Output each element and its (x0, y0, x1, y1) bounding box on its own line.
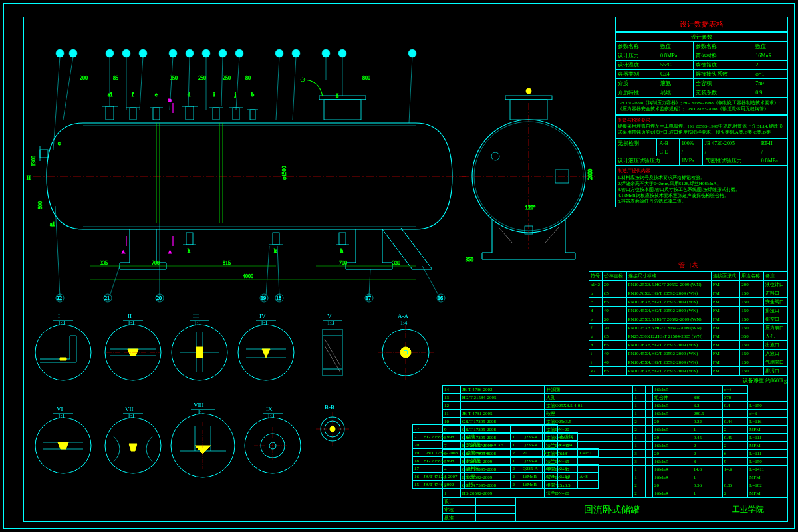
svg-rect-19 (324, 100, 361, 120)
svg-text:A: A (122, 249, 125, 255)
svg-text:k: k (274, 248, 277, 254)
svg-rect-13 (213, 108, 219, 120)
svg-text:7: 7 (188, 51, 190, 57)
svg-text:1.5: 1.5 (213, 432, 218, 436)
svg-text:1.5: 1.5 (138, 361, 144, 365)
svg-text:3: 3 (108, 51, 110, 57)
svg-text:45°: 45° (114, 341, 120, 345)
svg-text:700: 700 (152, 260, 160, 266)
svg-text:H: H (27, 175, 31, 181)
svg-text:III: III (193, 313, 199, 319)
svg-text:10: 10 (236, 51, 241, 57)
svg-text:b: b (251, 92, 254, 98)
svg-text:a1: a1 (50, 221, 55, 227)
svg-text:1:1: 1:1 (261, 320, 267, 326)
svg-text:B-B: B-B (325, 404, 334, 410)
svg-text:250: 250 (198, 75, 206, 81)
svg-text:1:3: 1:3 (267, 413, 274, 419)
svg-text:1:1: 1:1 (194, 320, 201, 326)
svg-text:A: A (168, 249, 172, 255)
main-drawing: B A A 1 2 3 4 5 6 7 8 9 10 11 12 13 14 1… (23, 17, 602, 303)
svg-line-71 (276, 57, 279, 120)
svg-line-195 (325, 339, 340, 366)
nde-table: 无损检测A-B100%JB 4730-2005RT-II C-D/// 设计液压… (615, 138, 788, 166)
svg-text:80: 80 (245, 75, 251, 81)
svg-text:21: 21 (104, 295, 110, 301)
svg-text:A-A: A-A (398, 313, 408, 319)
svg-rect-25 (273, 233, 279, 245)
svg-text:800: 800 (362, 75, 370, 81)
svg-text:335: 335 (100, 260, 108, 266)
svg-text:16: 16 (438, 295, 443, 301)
svg-text:350: 350 (466, 257, 473, 263)
svg-text:1300: 1300 (31, 156, 37, 166)
standards-note: GB 150-1998《钢制压力容器》; HG 20584-1998《钢制化工容… (615, 98, 788, 115)
svg-text:13: 13 (323, 51, 328, 57)
svg-text:i: i (213, 92, 215, 98)
svg-text:200: 200 (80, 75, 88, 81)
svg-text:VIII: VIII (194, 402, 204, 408)
svg-line-95 (266, 246, 269, 296)
svg-line-59 (188, 57, 190, 106)
svg-rect-17 (250, 110, 255, 120)
svg-line-86 (422, 266, 439, 296)
svg-text:1:1: 1:1 (128, 320, 134, 326)
svg-text:2000: 2000 (587, 169, 593, 180)
svg-point-204 (330, 426, 335, 432)
svg-text:IV: IV (259, 313, 266, 319)
svg-rect-154 (505, 96, 552, 100)
svg-text:700: 700 (339, 260, 347, 266)
svg-text:VI: VI (57, 406, 63, 412)
svg-text:330: 330 (392, 260, 400, 266)
panel-title: 设计数据表格 (615, 17, 788, 32)
svg-text:d: d (188, 92, 190, 98)
svg-text:I向: I向 (522, 78, 529, 84)
svg-line-68 (236, 57, 239, 110)
param-table: 设计参数 参数名称数值参数名称数值 设计压力0.8MPa筒体材料16MnR 设计… (615, 32, 788, 98)
svg-text:17: 17 (366, 295, 371, 301)
svg-rect-33 (40, 150, 48, 158)
svg-text:60°: 60° (114, 430, 120, 434)
svg-text:e: e (155, 92, 158, 98)
svg-text:1.5: 1.5 (71, 434, 76, 438)
svg-text:4000: 4000 (243, 273, 253, 279)
svg-text:5: 5 (141, 51, 144, 57)
svg-text:c: c (58, 140, 61, 146)
svg-line-65 (221, 57, 223, 106)
svg-rect-11 (186, 106, 194, 120)
svg-line-92 (277, 246, 279, 296)
svg-text:15: 15 (409, 51, 414, 57)
svg-text:60°: 60° (273, 339, 279, 343)
svg-text:350: 350 (170, 75, 178, 81)
detail-views: I 1:3 φ530.5 II 1:1 1.5 45° III 1:1 50 (27, 306, 452, 505)
fab-notes: 制造与检验要求 焊接采用埋弧自焊及手工电弧焊。HG 20583-1998中规定,… (615, 115, 788, 138)
svg-text:g: g (336, 92, 338, 98)
mfg-notes: 制造厂提供内容 1.材料应按钢号及技术要求严格标记检验。 2.焊缝余高不大于0~… (615, 166, 788, 207)
svg-line-101 (110, 266, 120, 296)
svg-text:120°: 120° (525, 205, 535, 211)
title-block: 设计回流卧式储罐工业学院 审核 批准 (442, 497, 788, 522)
svg-text:815: 815 (223, 260, 231, 266)
svg-text:φ530.5: φ530.5 (47, 339, 58, 343)
svg-line-104 (55, 206, 60, 296)
svg-text:800: 800 (37, 201, 43, 209)
svg-point-155 (526, 88, 531, 94)
svg-text:85: 85 (113, 75, 118, 81)
svg-text:14: 14 (339, 51, 344, 57)
svg-text:1: 1 (58, 51, 61, 57)
svg-text:19: 19 (261, 295, 266, 301)
svg-line-89 (369, 269, 370, 296)
svg-text:φ1500: φ1500 (281, 166, 287, 180)
svg-text:1:1: 1:1 (128, 413, 134, 419)
svg-text:j: j (234, 92, 236, 98)
svg-text:I: I (58, 313, 60, 319)
svg-text:a1: a1 (108, 92, 113, 98)
svg-text:18: 18 (276, 295, 281, 301)
svg-text:22: 22 (57, 295, 62, 301)
svg-text:φ530.4: φ530.4 (329, 324, 340, 328)
svg-text:20: 20 (156, 295, 162, 301)
svg-text:IX: IX (266, 406, 273, 412)
svg-text:1:3: 1:3 (58, 320, 65, 326)
svg-rect-23 (186, 233, 193, 245)
svg-text:h: h (340, 248, 343, 254)
